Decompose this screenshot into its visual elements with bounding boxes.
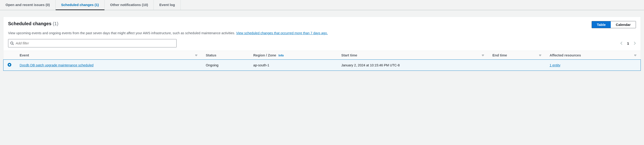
chevron-left-icon bbox=[620, 41, 623, 45]
tab-other-notifications[interactable]: Other notifications (10) bbox=[104, 0, 154, 10]
view-calendar-button[interactable]: Calendar bbox=[611, 21, 636, 28]
sort-icon bbox=[482, 53, 484, 57]
cell-start-time: January 2, 2024 at 10:15:46 PM UTC-8 bbox=[337, 60, 488, 71]
col-select bbox=[4, 51, 16, 60]
view-older-link[interactable]: View scheduled changes that occurred mor… bbox=[236, 31, 328, 35]
cell-end-time bbox=[488, 60, 546, 71]
cell-status: Ongoing bbox=[202, 60, 249, 71]
row-radio[interactable] bbox=[8, 63, 11, 67]
sort-icon bbox=[539, 53, 541, 57]
tab-open-issues[interactable]: Open and recent issues (0) bbox=[0, 0, 56, 10]
col-affected[interactable]: Affected resources bbox=[546, 51, 640, 60]
event-link[interactable]: Docdb DB patch upgrade maintenance sched… bbox=[20, 63, 94, 67]
page-prev-button[interactable] bbox=[620, 41, 623, 45]
panel-title: Scheduled changes (1) bbox=[8, 21, 58, 26]
pagination: 1 bbox=[620, 41, 636, 45]
svg-point-0 bbox=[10, 42, 13, 44]
table-row[interactable]: Docdb DB patch upgrade maintenance sched… bbox=[4, 60, 640, 71]
cell-region: ap-south-1 bbox=[249, 60, 337, 71]
view-table-button[interactable]: Table bbox=[592, 21, 611, 28]
sort-icon bbox=[634, 53, 636, 57]
filter-input[interactable] bbox=[14, 40, 174, 47]
page-next-button[interactable] bbox=[633, 41, 636, 45]
events-table: Event Status Region / Zone Info Start ti… bbox=[4, 51, 640, 71]
page-number: 1 bbox=[627, 41, 629, 45]
col-region[interactable]: Region / Zone Info bbox=[249, 51, 337, 60]
tab-bar: Open and recent issues (0) Scheduled cha… bbox=[0, 0, 644, 10]
chevron-right-icon bbox=[633, 41, 636, 45]
view-toggle: Table Calendar bbox=[592, 21, 636, 28]
col-event[interactable]: Event bbox=[16, 51, 202, 60]
sort-icon bbox=[195, 53, 197, 57]
filter-box[interactable] bbox=[8, 39, 176, 47]
tab-event-log[interactable]: Event log bbox=[154, 0, 181, 10]
col-start-time[interactable]: Start time bbox=[337, 51, 488, 60]
panel-description: View upcoming events and ongoing events … bbox=[4, 31, 640, 39]
col-status[interactable]: Status bbox=[202, 51, 249, 60]
panel-count: (1) bbox=[53, 21, 58, 26]
col-end-time[interactable]: End time bbox=[488, 51, 546, 60]
svg-line-1 bbox=[13, 44, 14, 45]
scheduled-changes-panel: Scheduled changes (1) Table Calendar Vie… bbox=[3, 17, 641, 71]
info-link[interactable]: Info bbox=[278, 54, 284, 57]
search-icon bbox=[10, 41, 14, 45]
tab-scheduled-changes[interactable]: Scheduled changes (1) bbox=[56, 0, 104, 10]
affected-link[interactable]: 1 entity bbox=[550, 63, 560, 67]
